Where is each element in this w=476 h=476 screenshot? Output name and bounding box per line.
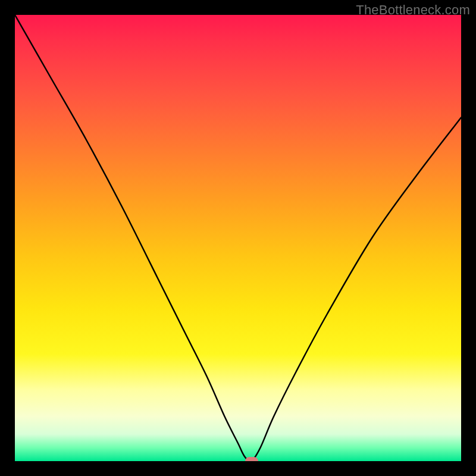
optimal-point-marker bbox=[245, 457, 258, 461]
bottleneck-curve bbox=[15, 15, 461, 461]
curve-svg bbox=[15, 15, 461, 461]
watermark-text: TheBottleneck.com bbox=[356, 2, 470, 18]
plot-area bbox=[15, 15, 461, 461]
chart-frame: TheBottleneck.com bbox=[0, 0, 476, 476]
